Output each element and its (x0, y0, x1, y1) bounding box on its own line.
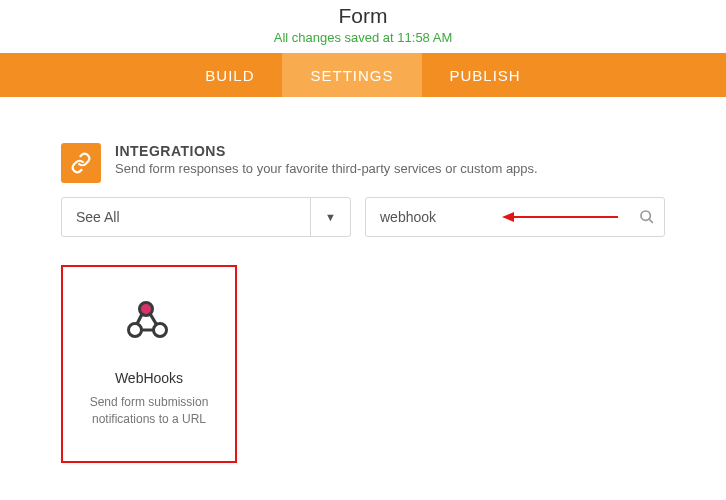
svg-point-5 (129, 324, 142, 337)
section-subtitle: Send form responses to your favorite thi… (115, 161, 538, 176)
integration-card-webhooks[interactable]: WebHooks Send form submission notificati… (61, 265, 237, 463)
chevron-down-icon: ▼ (310, 198, 350, 236)
section-title: INTEGRATIONS (115, 143, 538, 159)
integrations-panel: INTEGRATIONS Send form responses to your… (61, 143, 665, 463)
section-header: INTEGRATIONS Send form responses to your… (61, 143, 665, 183)
content-area: INTEGRATIONS Send form responses to your… (0, 97, 726, 463)
tab-settings[interactable]: SETTINGS (282, 53, 421, 97)
card-title: WebHooks (115, 370, 183, 386)
svg-point-4 (140, 303, 153, 316)
search-input[interactable] (366, 209, 630, 225)
svg-point-6 (154, 324, 167, 337)
tab-publish[interactable]: PUBLISH (422, 53, 549, 97)
page-title: Form (0, 4, 726, 28)
tab-build[interactable]: BUILD (177, 53, 282, 97)
card-description: Send form submission notifications to a … (79, 394, 219, 428)
header: Form All changes saved at 11:58 AM (0, 0, 726, 53)
webhooks-icon (126, 300, 172, 346)
save-status: All changes saved at 11:58 AM (0, 30, 726, 45)
svg-line-3 (649, 219, 652, 222)
search-box (365, 197, 665, 237)
search-icon[interactable] (630, 209, 664, 225)
filter-dropdown-label: See All (62, 198, 310, 236)
tab-bar: BUILD SETTINGS PUBLISH (0, 53, 726, 97)
integrations-icon (61, 143, 101, 183)
controls-row: See All ▼ (61, 197, 665, 237)
filter-dropdown[interactable]: See All ▼ (61, 197, 351, 237)
